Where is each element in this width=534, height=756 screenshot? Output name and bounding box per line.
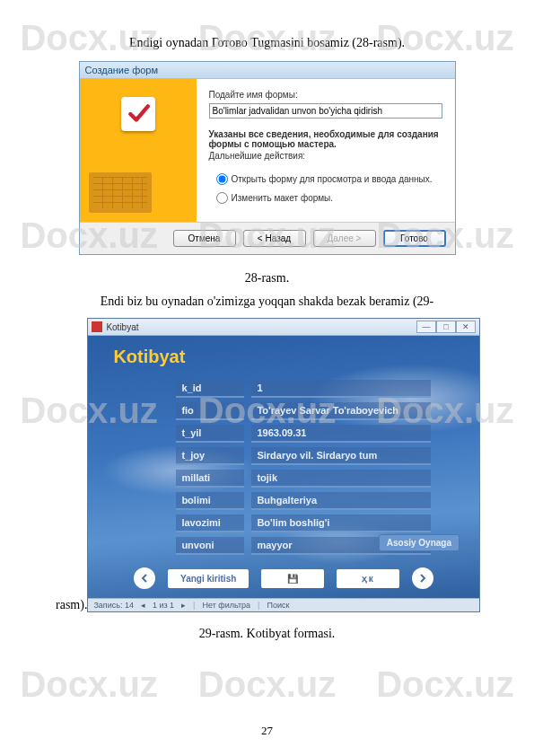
field-value[interactable]: Bo'lim boshlig'i <box>251 514 431 532</box>
caption-rasm-suffix: rasm). <box>56 598 87 612</box>
nav-last-icon[interactable]: ▸ <box>181 601 186 610</box>
new-entry-button[interactable]: Yangi kiritish <box>168 569 249 588</box>
back-button[interactable]: < Назад <box>243 230 306 247</box>
form-title: Kotibyat <box>113 347 463 367</box>
radio-open-form-input[interactable] <box>216 173 228 185</box>
caption-dialog1: Endigi oynadan Готово Tugmasini bosamiz … <box>54 36 480 50</box>
maximize-button[interactable]: □ <box>436 321 456 333</box>
field-value[interactable]: Buhgalteriya <box>251 492 431 510</box>
status-position: 1 из 1 <box>153 601 174 610</box>
field-label: t_joy <box>176 447 244 465</box>
field-value[interactable]: tojik <box>251 470 431 488</box>
chevron-left-icon <box>140 574 149 583</box>
close-button[interactable]: ✕ <box>456 321 476 333</box>
nk-button[interactable]: ҳк <box>337 569 399 588</box>
save-button[interactable]: 💾 <box>261 569 324 588</box>
field-value[interactable]: Sirdaryo vil. Sirdaryo tum <box>251 447 431 465</box>
field-label: k_id <box>176 380 244 398</box>
field-value[interactable]: 1 <box>251 380 431 398</box>
finish-button[interactable]: Готово <box>383 230 446 247</box>
field-label: millati <box>176 470 244 488</box>
radio-edit-layout-label: Изменить макет формы. <box>232 193 334 203</box>
radio-open-form-label: Открыть форму для просмотра и ввода данн… <box>232 174 433 184</box>
field-value[interactable]: 1963.09.31 <box>251 425 431 443</box>
caption-28rasm: 28-rasm. <box>54 271 480 286</box>
caption-before-win2: Endi biz bu oynadan o'zimizga yoqqan sha… <box>54 294 480 309</box>
chevron-right-icon <box>418 574 427 583</box>
form-name-input[interactable] <box>209 103 442 119</box>
field-value[interactable]: To'rayev Sarvar To'raboyevich <box>251 402 431 420</box>
field-label: t_yil <box>176 425 244 443</box>
field-label: bolimi <box>176 492 244 510</box>
dialog-titlebar: Создание форм <box>80 62 455 79</box>
status-bar: Запись: 14 ◂ 1 из 1 ▸ | Нет фильтра | По… <box>88 598 479 611</box>
next-actions-label: Дальнейшие действия: <box>209 151 442 161</box>
caption-29rasm: 29-rasm. Kotibyat formasi. <box>54 627 480 641</box>
wizard-info-text: Указаны все сведения, необходимые для со… <box>209 129 442 149</box>
window-title: Kotibyat <box>102 322 416 332</box>
form-wizard-dialog: Создание форм Подайте имя формы: Указаны… <box>79 61 456 255</box>
main-window-button[interactable]: Asosiy Oynaga <box>379 534 460 551</box>
minimize-button[interactable]: — <box>416 321 436 333</box>
cancel-button[interactable]: Отмена <box>173 230 236 247</box>
checkmark-icon <box>121 97 155 131</box>
field-label: unvoni <box>176 537 244 555</box>
nav-first-icon[interactable]: ◂ <box>141 601 145 610</box>
radio-edit-layout-input[interactable] <box>216 192 228 204</box>
radio-open-form[interactable]: Открыть форму для просмотра и ввода данн… <box>216 173 442 185</box>
field-label: fio <box>176 402 244 420</box>
form-fields: k_id 1 fio To'rayev Sarvar To'raboyevich… <box>176 380 463 555</box>
status-record-label: Запись: 14 <box>93 601 134 610</box>
kotibyat-window: Kotibyat — □ ✕ Kotibyat k_id 1 fio To'ra… <box>87 318 480 612</box>
field-label: lavozimi <box>176 514 244 532</box>
status-filter: Нет фильтра <box>202 601 250 610</box>
sheet-icon <box>89 172 152 213</box>
radio-edit-layout[interactable]: Изменить макет формы. <box>216 192 442 204</box>
app-icon <box>92 321 102 332</box>
prev-record-button[interactable] <box>134 567 155 589</box>
form-name-label: Подайте имя формы: <box>209 90 442 100</box>
status-search[interactable]: Поиск <box>267 601 289 610</box>
next-record-button[interactable] <box>412 567 433 589</box>
page-number: 27 <box>0 724 534 738</box>
wizard-sidebar <box>80 79 197 222</box>
next-button: Далее > <box>313 230 376 247</box>
